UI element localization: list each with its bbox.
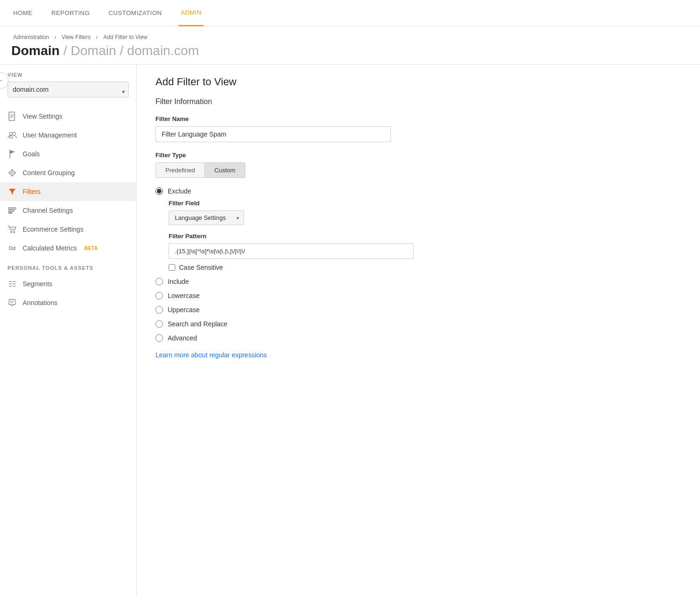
sidebar-item-user-management[interactable]: User Management [0, 126, 136, 145]
sidebar-item-content-grouping[interactable]: Content Grouping [0, 163, 136, 182]
sidebar-item-ecommerce-settings[interactable]: Ecommerce Settings [0, 220, 136, 239]
beta-badge: BETA [84, 246, 98, 251]
filter-name-label: Filter Name [155, 115, 681, 122]
nav-item-reporting[interactable]: REPORTING [49, 0, 92, 26]
breadcrumb-add-filter[interactable]: Add Filter to View [103, 34, 147, 40]
filter-type-buttons: Predefined Custom [155, 162, 681, 178]
breadcrumb: Administration › View Filters › Add Filt… [11, 34, 689, 40]
uppercase-radio-option[interactable]: Uppercase [155, 306, 681, 314]
sidebar-label-content-grouping: Content Grouping [23, 169, 75, 177]
filter-type-group: Filter Type Predefined Custom [155, 152, 681, 178]
exclude-label: Exclude [168, 187, 191, 195]
breadcrumb-administration[interactable]: Administration [13, 34, 49, 40]
exclude-radio[interactable] [155, 187, 163, 195]
flag-icon [8, 149, 17, 159]
include-radio-option[interactable]: Include [155, 278, 681, 285]
svg-rect-10 [8, 210, 14, 211]
section-heading: Filter Information [155, 97, 681, 108]
exclude-radio-option[interactable]: Exclude [155, 187, 681, 195]
custom-button[interactable]: Custom [205, 162, 245, 178]
case-sensitive-row: Case Sensitive [169, 264, 681, 271]
sidebar-label-view-settings: View Settings [23, 113, 63, 120]
search-replace-radio-option[interactable]: Search and Replace [155, 320, 681, 328]
case-sensitive-label: Case Sensitive [179, 264, 223, 271]
page-title-subtitle: / Domain / domain.com [60, 43, 199, 58]
view-select[interactable]: domain.com [8, 81, 129, 97]
filter-icon [8, 187, 17, 196]
sidebar-label-channel-settings: Channel Settings [23, 207, 73, 214]
filter-field-label: Filter Field [169, 200, 681, 207]
nav-item-home[interactable]: HOME [11, 0, 34, 26]
sidebar-label-user-management: User Management [23, 131, 77, 139]
predefined-button[interactable]: Predefined [155, 162, 205, 178]
breadcrumb-view-filters[interactable]: View Filters [62, 34, 91, 40]
exclude-option-wrapper: Exclude Filter Field Language Settings ▾… [155, 187, 681, 271]
svg-rect-20 [9, 299, 16, 305]
content-grouping-icon [8, 168, 17, 177]
svg-point-5 [12, 132, 15, 135]
filter-type-label: Filter Type [155, 152, 681, 159]
sidebar-label-filters: Filters [23, 188, 41, 195]
svg-point-13 [14, 232, 15, 233]
view-select-wrapper: domain.com ▾ [0, 81, 136, 107]
content-area: Add Filter to View Filter Information Fi… [137, 65, 700, 597]
filter-pattern-label: Filter Pattern [169, 233, 681, 240]
case-sensitive-checkbox[interactable] [169, 264, 175, 271]
sidebar-item-filters[interactable]: Filters [0, 182, 136, 201]
include-label: Include [168, 278, 189, 285]
lowercase-radio[interactable] [155, 292, 163, 299]
ecommerce-icon [8, 225, 17, 234]
main-layout: ← VIEW domain.com ▾ View Settings User M… [0, 65, 700, 597]
filter-options-group: Exclude Filter Field Language Settings ▾… [155, 187, 681, 342]
content-title: Add Filter to View [155, 76, 681, 88]
filter-field-select[interactable]: Language Settings [169, 210, 244, 225]
sidebar: ← VIEW domain.com ▾ View Settings User M… [0, 65, 137, 597]
sidebar-label-calculated-metrics: Calculated Metrics [23, 244, 77, 252]
doc-icon [8, 112, 17, 121]
search-replace-label: Search and Replace [168, 320, 228, 328]
sidebar-item-channel-settings[interactable]: Channel Settings [0, 201, 136, 220]
filter-name-input[interactable] [155, 126, 391, 142]
svg-rect-11 [8, 212, 12, 213]
lowercase-label: Lowercase [168, 292, 200, 299]
nav-item-admin[interactable]: ADMIN [179, 0, 203, 26]
svg-rect-9 [8, 208, 16, 209]
field-select-wrapper: Language Settings ▾ [169, 210, 244, 225]
annotations-icon [8, 298, 17, 307]
sidebar-item-segments[interactable]: Segments [0, 274, 136, 293]
sidebar-item-goals[interactable]: Goals [0, 145, 136, 163]
uppercase-radio[interactable] [155, 306, 163, 314]
filter-pattern-group: Filter Pattern [169, 233, 681, 259]
uppercase-label: Uppercase [168, 306, 200, 314]
filter-pattern-input[interactable] [169, 243, 414, 259]
breadcrumb-sep-1: › [54, 34, 56, 40]
search-replace-radio[interactable] [155, 320, 163, 328]
advanced-radio-option[interactable]: Advanced [155, 334, 681, 342]
exclude-section: Filter Field Language Settings ▾ Filter … [169, 200, 681, 271]
sidebar-label-goals: Goals [23, 150, 40, 158]
sidebar-item-calculated-metrics[interactable]: Dd Calculated Metrics BETA [0, 239, 136, 258]
personal-section-label: PERSONAL TOOLS & ASSETS [0, 258, 136, 274]
calculated-metrics-icon: Dd [8, 243, 17, 253]
page-title-domain: Domain [11, 43, 60, 58]
channel-settings-icon [8, 206, 17, 215]
header-area: Administration › View Filters › Add Filt… [0, 26, 700, 65]
filter-name-group: Filter Name [155, 115, 681, 142]
sidebar-item-annotations[interactable]: Annotations [0, 293, 136, 312]
sidebar-label-annotations: Annotations [23, 299, 57, 307]
segments-icon [8, 279, 17, 289]
sidebar-label-segments: Segments [23, 280, 52, 288]
sidebar-label-ecommerce-settings: Ecommerce Settings [23, 226, 83, 233]
nav-item-customization[interactable]: CUSTOMIZATION [107, 0, 164, 26]
advanced-radio[interactable] [155, 334, 163, 342]
top-navigation: HOME REPORTING CUSTOMIZATION ADMIN [0, 0, 700, 26]
advanced-label: Advanced [168, 334, 197, 342]
users-icon [8, 130, 17, 140]
lowercase-radio-option[interactable]: Lowercase [155, 292, 681, 299]
learn-more-link[interactable]: Learn more about regular expressions [155, 351, 267, 359]
svg-point-4 [9, 132, 12, 135]
svg-point-12 [11, 232, 12, 233]
sidebar-item-view-settings[interactable]: View Settings [0, 107, 136, 126]
view-label: VIEW [0, 72, 136, 81]
include-radio[interactable] [155, 278, 163, 285]
